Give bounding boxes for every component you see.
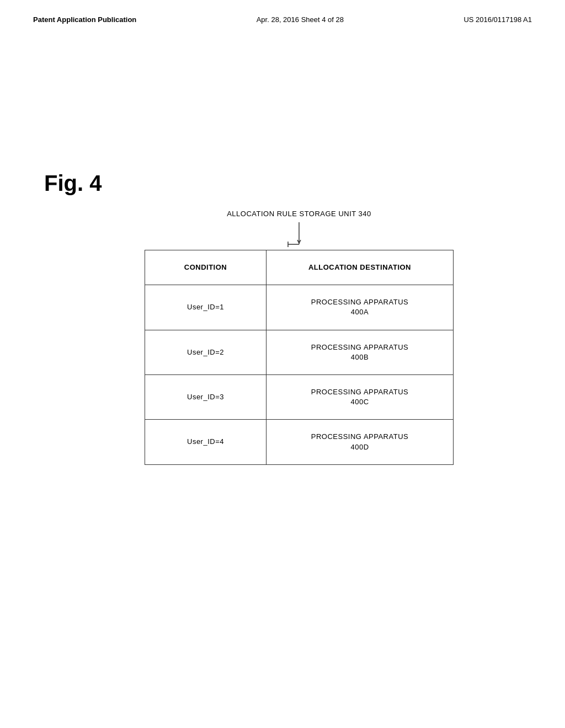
table-row: User_ID=2PROCESSING APPARATUS 400B	[145, 330, 453, 375]
allocation-table: CONDITION ALLOCATION DESTINATION User_ID…	[145, 250, 454, 465]
table-row: User_ID=3PROCESSING APPARATUS 400C	[145, 375, 453, 420]
condition-cell-0: User_ID=1	[145, 285, 266, 329]
page-header: Patent Application Publication Apr. 28, …	[0, 0, 565, 24]
condition-cell-3: User_ID=4	[145, 420, 266, 464]
arrow-container	[88, 222, 510, 250]
destination-cell-3: PROCESSING APPARATUS 400D	[266, 420, 453, 464]
table-header-row: CONDITION ALLOCATION DESTINATION	[145, 250, 453, 285]
unit-label: ALLOCATION RULE STORAGE UNIT 340	[88, 210, 510, 218]
header-left: Patent Application Publication	[33, 15, 136, 24]
destination-cell-2: PROCESSING APPARATUS 400C	[266, 375, 453, 419]
header-right: US 2016/0117198 A1	[463, 15, 532, 24]
header-center: Apr. 28, 2016 Sheet 4 of 28	[257, 15, 344, 24]
destination-cell-0: PROCESSING APPARATUS 400A	[266, 285, 453, 329]
header-destination: ALLOCATION DESTINATION	[266, 250, 453, 285]
arrow-icon	[282, 222, 316, 250]
header-condition: CONDITION	[145, 250, 266, 285]
table-row: User_ID=1PROCESSING APPARATUS 400A	[145, 285, 453, 330]
diagram-container: ALLOCATION RULE STORAGE UNIT 340 CONDITI…	[88, 210, 510, 465]
destination-cell-1: PROCESSING APPARATUS 400B	[266, 330, 453, 374]
figure-label: Fig. 4	[44, 171, 102, 196]
table-row: User_ID=4PROCESSING APPARATUS 400D	[145, 420, 453, 464]
condition-cell-1: User_ID=2	[145, 330, 266, 374]
condition-cell-2: User_ID=3	[145, 375, 266, 419]
